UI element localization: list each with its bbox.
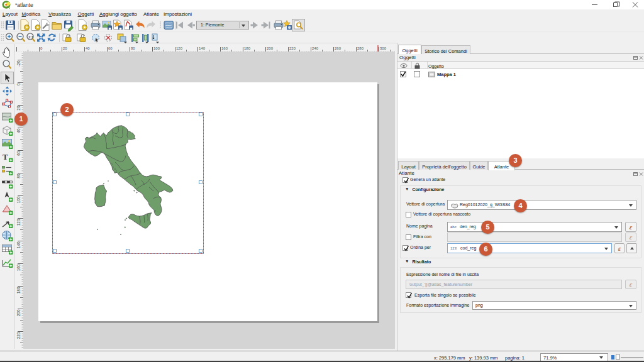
svg-text:140: 140	[199, 47, 206, 50]
svg-text:0: 0	[16, 83, 21, 85]
svg-text:20: 20	[63, 47, 67, 50]
svg-text:T: T	[3, 152, 8, 162]
svg-text:240: 240	[312, 47, 319, 50]
svg-text:80: 80	[131, 47, 135, 50]
svg-text:80: 80	[16, 173, 21, 178]
svg-text:160: 160	[16, 264, 21, 271]
svg-text:100: 100	[153, 47, 160, 50]
svg-text:180: 180	[16, 287, 21, 293]
svg-text:260: 260	[335, 47, 341, 50]
svg-text:1:1: 1:1	[28, 35, 33, 39]
svg-text:180: 180	[244, 47, 251, 50]
svg-text:100: 100	[16, 196, 21, 203]
svg-text:-20: -20	[16, 60, 21, 67]
svg-text:120: 120	[16, 219, 21, 226]
svg-text:140: 140	[16, 241, 21, 248]
svg-text:300: 300	[380, 47, 387, 50]
svg-text:20: 20	[16, 106, 21, 111]
svg-text:160: 160	[221, 47, 228, 50]
svg-text:60: 60	[108, 47, 113, 50]
svg-text:200: 200	[267, 47, 274, 50]
svg-text:40: 40	[16, 128, 21, 133]
svg-text:200: 200	[16, 309, 21, 316]
svg-text:220: 220	[289, 47, 296, 50]
svg-text:60: 60	[16, 151, 21, 156]
svg-text:220: 220	[16, 332, 21, 339]
svg-text:40: 40	[86, 47, 90, 50]
svg-text:120: 120	[176, 47, 183, 50]
svg-text:280: 280	[357, 47, 364, 50]
